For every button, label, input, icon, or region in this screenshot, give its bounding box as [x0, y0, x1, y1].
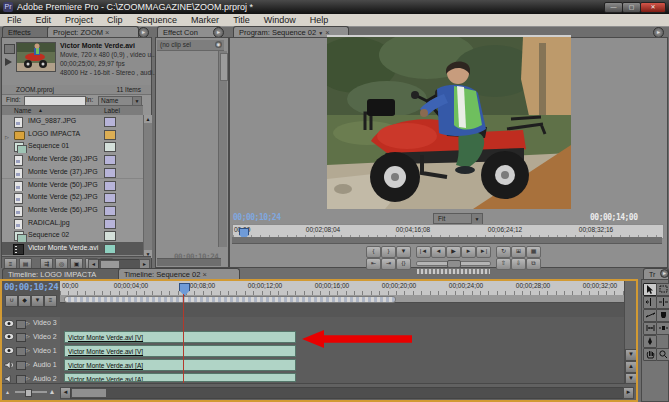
maximize-button[interactable]: ▢ — [622, 2, 641, 13]
list-item[interactable]: Sequence 02 — [2, 229, 143, 243]
lock-toggle[interactable] — [16, 333, 26, 342]
slide-tool[interactable] — [656, 322, 669, 335]
timeline-vscroll[interactable]: ▼ ▲ ▼ — [624, 281, 637, 383]
minimize-button[interactable]: — — [604, 2, 623, 13]
toggle-track-output-icon[interactable] — [4, 347, 14, 354]
scroll-thumb[interactable] — [72, 389, 106, 397]
work-area-thumb[interactable] — [64, 296, 396, 303]
shuttle-thumb[interactable] — [447, 260, 461, 268]
title-bar[interactable]: Pr Adobe Premiere Pro - C:\ZOOMMAGAZINE\… — [0, 0, 669, 14]
menu-title[interactable]: Title — [226, 14, 257, 26]
set-unnumbered-marker-icon[interactable]: ▼ — [31, 295, 44, 307]
zoom-out-icon[interactable]: ▴ — [6, 388, 9, 395]
label-chip[interactable] — [104, 219, 116, 229]
menu-project[interactable]: Project — [58, 14, 100, 26]
lock-toggle[interactable] — [16, 361, 26, 370]
go-to-in-icon[interactable]: ⇤ — [366, 258, 381, 270]
lock-toggle[interactable] — [16, 347, 26, 356]
label-chip[interactable] — [104, 181, 116, 191]
menu-help[interactable]: Help — [303, 14, 336, 26]
zoom-slider-thumb[interactable] — [25, 389, 32, 397]
list-item[interactable]: RADICAL.jpg — [2, 217, 143, 231]
play-in-to-out-icon[interactable]: {} — [396, 258, 411, 270]
zoom-tool[interactable] — [656, 348, 669, 361]
set-marker-icon[interactable]: ▼ — [396, 246, 411, 258]
clip-audio2[interactable]: Victor Monte Verde.avi [A] — [64, 373, 296, 382]
scroll-thumb[interactable] — [220, 53, 228, 81]
selection-tool[interactable] — [643, 283, 657, 296]
list-item[interactable]: Sequence 01 — [2, 140, 143, 154]
scroll-up-icon[interactable]: ▲ — [144, 115, 152, 123]
menu-clip[interactable]: Clip — [100, 14, 130, 26]
extract-icon[interactable]: ⇩ — [511, 258, 526, 270]
timeline-settings-icon[interactable]: ≡ — [44, 295, 57, 307]
effect-scrollbar[interactable] — [218, 51, 227, 247]
poster-frame-icon[interactable] — [4, 44, 15, 54]
clip-selector-icon[interactable]: ◉ — [215, 41, 222, 48]
label-chip[interactable] — [104, 117, 116, 127]
effect-hscroll[interactable] — [157, 258, 221, 266]
slip-tool[interactable] — [643, 322, 657, 335]
project-scrollbar[interactable]: ▲ ▼ — [143, 115, 152, 258]
razor-tool[interactable] — [656, 309, 669, 322]
list-item[interactable]: Monte Verde (36).JPG — [2, 153, 143, 167]
output-settings-icon[interactable]: ▦ — [526, 246, 541, 258]
step-forward-icon[interactable]: ► — [461, 246, 476, 258]
chevron-down-icon[interactable]: ▼ — [318, 30, 323, 36]
track-header-video2[interactable]: ▷ Video 2 — [2, 330, 60, 345]
go-to-previous-edit-icon[interactable]: |◄ — [416, 246, 431, 258]
menu-marker[interactable]: Marker — [184, 14, 226, 26]
list-item[interactable]: Monte Verde (50).JPG — [2, 179, 143, 193]
scroll-up-icon[interactable]: ▲ — [625, 361, 637, 373]
timeline-hscroll[interactable] — [70, 387, 624, 399]
close-button[interactable]: ✕ — [640, 2, 666, 13]
lift-icon[interactable]: ⇧ — [496, 258, 511, 270]
close-icon[interactable]: × — [203, 270, 207, 279]
label-chip[interactable] — [104, 244, 116, 254]
set-out-point-icon[interactable]: } — [381, 246, 396, 258]
clip-thumbnail[interactable] — [16, 42, 56, 72]
toggle-track-output-icon[interactable] — [4, 320, 14, 327]
track-header-video1[interactable]: ▷ Video 1 — [2, 344, 60, 359]
menu-edit[interactable]: Edit — [29, 14, 59, 26]
clip-video2[interactable]: Victor Monte Verde.avi [V] — [64, 331, 296, 343]
shuttle-slider[interactable] — [416, 261, 491, 266]
scroll-down-icon[interactable]: ▼ — [625, 349, 637, 361]
go-to-out-icon[interactable]: ⇥ — [381, 258, 396, 270]
rolling-edit-tool[interactable] — [656, 296, 669, 309]
rate-stretch-tool[interactable] — [643, 309, 657, 322]
zoom-level-select[interactable]: Fit ▼ — [433, 213, 473, 224]
toggle-track-output-audio-icon[interactable] — [4, 375, 14, 383]
track-lane-audio1[interactable]: Victor Monte Verde.avi [A] — [60, 358, 624, 373]
in-select[interactable]: Name ▼ — [98, 96, 142, 106]
timeline-current-time[interactable]: 00;00;10;24 — [4, 282, 58, 292]
list-item[interactable]: Monte Verde (37).JPG — [2, 166, 143, 180]
list-item[interactable]: ▷LOGO IMPACTA — [2, 128, 143, 142]
pen-tool[interactable] — [643, 335, 657, 348]
work-area-bar[interactable] — [60, 295, 624, 303]
list-item[interactable]: IMG_9887.JPG — [2, 115, 143, 129]
collapse-icon[interactable]: ▷ — [26, 320, 30, 326]
clip-audio1[interactable]: Victor Monte Verde.avi [A] — [64, 359, 296, 371]
column-name[interactable]: Name — [14, 106, 31, 115]
label-chip[interactable] — [104, 168, 116, 178]
program-video-frame[interactable] — [327, 35, 571, 209]
set-in-point-icon[interactable]: { — [366, 246, 381, 258]
track-select-tool[interactable] — [656, 283, 669, 296]
label-chip[interactable] — [104, 193, 116, 203]
zoom-slider[interactable] — [15, 391, 47, 393]
label-chip[interactable] — [104, 206, 116, 216]
program-current-time[interactable]: 00;00;10;24 — [233, 213, 280, 222]
label-chip[interactable] — [104, 130, 116, 140]
track-header-video3[interactable]: ▷ Video 3 — [2, 317, 60, 331]
collapse-icon[interactable]: ▷ — [26, 361, 30, 367]
trim-icon[interactable]: ⧉ — [526, 258, 541, 270]
scroll-down-icon[interactable]: ▼ — [625, 373, 637, 384]
safe-margins-icon[interactable]: ⊞ — [511, 246, 526, 258]
timeline-ruler[interactable]: 00;00 00;00;04;00 00;00;08;00 00;00;12;0… — [60, 281, 624, 296]
track-header-audio1[interactable]: ▷ Audio 1 — [2, 358, 60, 373]
menu-window[interactable]: Window — [257, 14, 303, 26]
list-item[interactable]: Monte Verde (56).JPG — [2, 204, 143, 218]
list-item[interactable]: Monte Verde (52).JPG — [2, 191, 143, 205]
scroll-right-icon[interactable]: ► — [623, 387, 634, 399]
